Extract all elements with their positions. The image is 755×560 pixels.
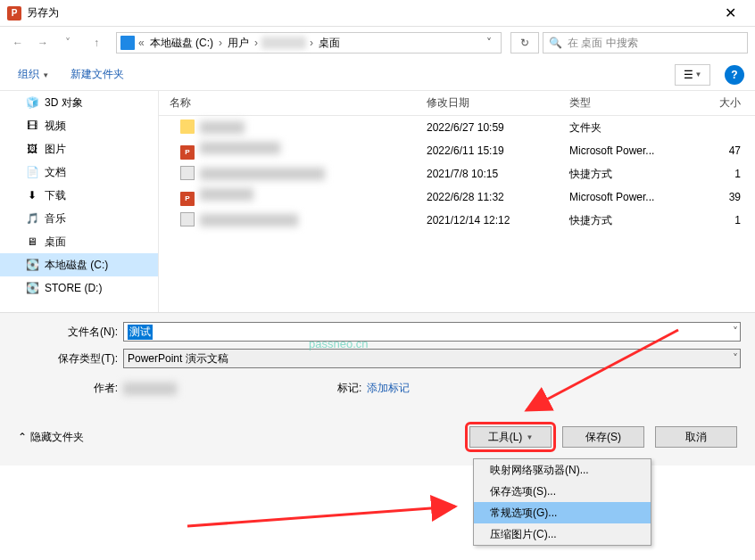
tools-button[interactable]: 工具(L) ▼ bbox=[469, 426, 552, 448]
view-options-button[interactable]: ☰ ▼ bbox=[675, 64, 710, 86]
sidebar: 🧊3D 对象🎞视频🖼图片📄文档⬇下载🎵音乐🖥桌面💽本地磁盘 (C:)💽STORE… bbox=[0, 91, 159, 312]
file-row[interactable]: 2021/7/8 10:15 快捷方式 1 bbox=[159, 162, 755, 185]
file-date: 2021/12/14 12:12 bbox=[427, 214, 569, 226]
sidebar-item[interactable]: 🧊3D 对象 bbox=[0, 91, 158, 114]
chevron-icon: « bbox=[137, 37, 146, 49]
sidebar-icon: 💽 bbox=[25, 258, 39, 272]
chevron-icon: ⌃ bbox=[18, 431, 27, 443]
file-row[interactable]: 2022/6/27 10:59 文件夹 bbox=[159, 116, 755, 139]
hide-folders-toggle[interactable]: ⌃ 隐藏文件夹 bbox=[18, 430, 84, 445]
menu-item[interactable]: 映射网络驱动器(N)... bbox=[474, 459, 651, 481]
help-button[interactable]: ? bbox=[725, 65, 744, 85]
sidebar-label: 图片 bbox=[45, 142, 66, 157]
sidebar-icon: 💽 bbox=[25, 281, 39, 295]
toolbar: 组织 ▼ 新建文件夹 ☰ ▼ ? bbox=[0, 59, 755, 91]
filetype-combo[interactable]: PowerPoint 演示文稿 ˅ bbox=[123, 349, 741, 368]
filetype-label: 保存类型(T): bbox=[7, 351, 123, 366]
sidebar-icon: ⬇ bbox=[25, 188, 39, 202]
author-label: 作者: bbox=[7, 381, 123, 396]
sidebar-item[interactable]: 🎞视频 bbox=[0, 114, 158, 137]
history-dropdown[interactable]: ˅ bbox=[57, 32, 79, 54]
col-type[interactable]: 类型 bbox=[569, 95, 694, 111]
refresh-button[interactable]: ↻ bbox=[510, 32, 539, 54]
file-name-redacted bbox=[200, 142, 280, 154]
breadcrumb-seg[interactable]: 本地磁盘 (C:) bbox=[148, 36, 215, 51]
file-date: 2022/6/11 15:19 bbox=[427, 144, 569, 157]
cancel-button[interactable]: 取消 bbox=[655, 426, 737, 448]
sidebar-icon: 🎵 bbox=[25, 211, 39, 226]
add-tag-link[interactable]: 添加标记 bbox=[367, 381, 410, 396]
file-name-redacted bbox=[200, 168, 325, 180]
file-row[interactable]: 2021/12/14 12:12 快捷方式 1 bbox=[159, 209, 755, 232]
chevron-down-icon: ▼ bbox=[526, 433, 533, 441]
file-icon bbox=[180, 119, 195, 134]
file-date: 2022/6/27 10:59 bbox=[427, 121, 569, 134]
organize-button[interactable]: 组织 ▼ bbox=[11, 63, 56, 86]
file-type: 快捷方式 bbox=[569, 167, 694, 182]
sidebar-label: 文档 bbox=[45, 165, 66, 180]
file-size: 1 bbox=[694, 214, 748, 226]
up-button[interactable]: ↑ bbox=[86, 32, 107, 54]
filename-input[interactable]: 测试 ˅ bbox=[123, 322, 741, 342]
breadcrumb-seg[interactable]: 桌面 bbox=[317, 36, 342, 51]
file-name-redacted bbox=[200, 188, 253, 201]
navbar: ← → ˅ ↑ « 本地磁盘 (C:) › 用户 › › 桌面 ˅ ↻ 🔍 在 … bbox=[0, 27, 755, 59]
search-input[interactable]: 🔍 在 桌面 中搜索 bbox=[543, 32, 748, 54]
sidebar-item[interactable]: 🖼图片 bbox=[0, 137, 158, 161]
sidebar-item[interactable]: 📄文档 bbox=[0, 161, 158, 184]
sidebar-icon: 🧊 bbox=[25, 95, 39, 110]
sidebar-item[interactable]: 🖥桌面 bbox=[0, 230, 158, 253]
forward-button[interactable]: → bbox=[32, 32, 54, 54]
sidebar-item[interactable]: 💽STORE (D:) bbox=[0, 276, 158, 300]
breadcrumb-seg-redacted[interactable] bbox=[261, 37, 306, 49]
col-size[interactable]: 大小 bbox=[694, 95, 748, 111]
file-date: 2021/7/8 10:15 bbox=[427, 168, 569, 180]
drive-icon bbox=[120, 36, 135, 50]
sidebar-label: 音乐 bbox=[45, 211, 66, 226]
sidebar-item[interactable]: 🎵音乐 bbox=[0, 207, 158, 230]
address-dropdown[interactable]: ˅ bbox=[481, 37, 497, 49]
chevron-down-icon: ▼ bbox=[42, 71, 49, 79]
file-size: 39 bbox=[694, 191, 748, 203]
chevron-icon: › bbox=[308, 37, 315, 49]
sidebar-label: 下载 bbox=[45, 188, 66, 203]
sidebar-label: 3D 对象 bbox=[45, 95, 83, 111]
file-type: Microsoft Power... bbox=[569, 191, 694, 203]
menu-item[interactable]: 常规选项(G)... bbox=[474, 502, 651, 523]
tools-label: 工具(L) bbox=[488, 430, 523, 445]
file-type: Microsoft Power... bbox=[569, 144, 694, 157]
tools-menu: 映射网络驱动器(N)...保存选项(S)...常规选项(G)...压缩图片(C)… bbox=[473, 458, 651, 546]
author-value-redacted bbox=[123, 383, 177, 395]
main: 🧊3D 对象🎞视频🖼图片📄文档⬇下载🎵音乐🖥桌面💽本地磁盘 (C:)💽STORE… bbox=[0, 91, 755, 312]
sidebar-icon: 🎞 bbox=[25, 119, 39, 133]
back-button[interactable]: ← bbox=[7, 32, 29, 54]
col-name[interactable]: 名称 bbox=[159, 95, 427, 111]
sidebar-item[interactable]: ⬇下载 bbox=[0, 184, 158, 207]
sidebar-icon: 🖥 bbox=[25, 235, 39, 249]
sidebar-label: 视频 bbox=[45, 119, 66, 134]
breadcrumb-seg[interactable]: 用户 bbox=[226, 36, 251, 51]
file-list: 名称 修改日期 类型 大小 2022/6/27 10:59 文件夹 P 2022… bbox=[159, 91, 755, 312]
filename-label: 文件名(N): bbox=[7, 325, 123, 340]
col-date[interactable]: 修改日期 bbox=[427, 95, 569, 111]
menu-item[interactable]: 压缩图片(C)... bbox=[474, 523, 651, 545]
tag-label: 标记: bbox=[337, 381, 367, 396]
chevron-icon: › bbox=[217, 37, 224, 49]
file-type: 文件夹 bbox=[569, 120, 694, 136]
address-bar[interactable]: « 本地磁盘 (C:) › 用户 › › 桌面 ˅ bbox=[116, 32, 502, 54]
save-button[interactable]: 保存(S) bbox=[562, 426, 644, 448]
close-button[interactable]: ✕ bbox=[712, 0, 748, 27]
menu-item[interactable]: 保存选项(S)... bbox=[474, 481, 651, 502]
file-row[interactable]: P 2022/6/11 15:19 Microsoft Power... 47 bbox=[159, 139, 755, 162]
new-folder-button[interactable]: 新建文件夹 bbox=[63, 63, 131, 86]
window-title: 另存为 bbox=[27, 5, 712, 21]
chevron-down-icon[interactable]: ˅ bbox=[733, 325, 738, 338]
sidebar-item[interactable]: 💽本地磁盘 (C:) bbox=[0, 253, 158, 276]
file-size: 1 bbox=[694, 168, 748, 180]
chevron-down-icon[interactable]: ˅ bbox=[733, 352, 738, 365]
file-date: 2022/6/28 11:32 bbox=[427, 191, 569, 203]
organize-label: 组织 bbox=[18, 68, 39, 80]
bottom-panel: 文件名(N): 测试 ˅ 保存类型(T): PowerPoint 演示文稿 ˅ … bbox=[0, 312, 755, 465]
view-icon: ☰ bbox=[684, 69, 693, 81]
file-row[interactable]: P 2022/6/28 11:32 Microsoft Power... 39 bbox=[159, 185, 755, 209]
